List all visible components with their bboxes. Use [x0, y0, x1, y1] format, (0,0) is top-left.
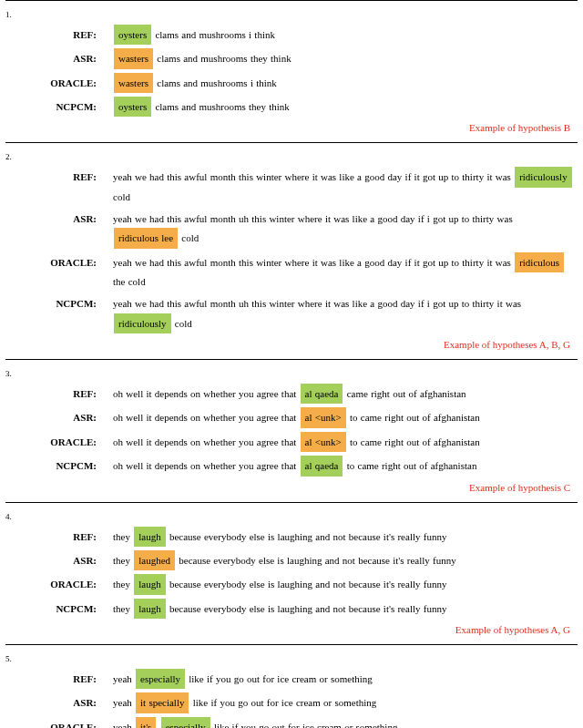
- row-label-ref: REF:: [5, 670, 113, 688]
- highlight-error: al <unk>: [301, 407, 346, 427]
- transcript-row-oracle: ORACLE:they laugh because everybody else…: [5, 574, 578, 594]
- transcript-row-ncpcm: NCPCM:they laugh because everybody else …: [5, 599, 578, 619]
- highlight-correct: ridiculously: [114, 313, 171, 333]
- row-content: oysters clams and mushrooms they think: [113, 97, 578, 117]
- plain-text: oh well it depends on whether you agree …: [113, 460, 300, 471]
- transcript-row-ref: REF:yeah especially like if you go out f…: [5, 669, 578, 689]
- row-content: they laugh because everybody else is lau…: [113, 527, 578, 547]
- plain-text: yeah we had this awful month this winter…: [113, 171, 514, 182]
- row-content: wasters clams and mushrooms i think: [113, 73, 578, 93]
- plain-text: because everybody else is laughing and n…: [167, 531, 447, 542]
- row-label-ref: REF:: [5, 528, 113, 546]
- row-label-ref: REF:: [5, 385, 113, 403]
- transcript-row-oracle: ORACLE:yeah we had this awful month this…: [5, 252, 578, 292]
- highlight-correct: laugh: [134, 527, 165, 547]
- highlight-error: it specially: [136, 692, 189, 713]
- row-label-oracle: ORACLE:: [5, 575, 113, 593]
- row-label-oracle: ORACLE:: [5, 253, 113, 272]
- row-content: oh well it depends on whether you agree …: [113, 456, 578, 476]
- row-content: they laugh because everybody else is lau…: [113, 574, 578, 594]
- example-caption: Example of hypotheses A, B, G: [5, 337, 578, 355]
- row-content: they laughed because everybody else is l…: [113, 550, 578, 570]
- transcript-row-ref: REF:oh well it depends on whether you ag…: [5, 384, 578, 404]
- plain-text: they: [113, 531, 133, 542]
- plain-text: came right out of afghanistan: [343, 388, 465, 399]
- row-content: yeah we had this awful month this winter…: [113, 252, 578, 292]
- example-caption: Example of hypothesis B: [5, 120, 578, 138]
- example-number: 5.: [5, 654, 578, 663]
- example-caption: Example of hypothesis C: [5, 480, 578, 498]
- plain-text: they: [113, 603, 133, 614]
- highlight-correct: especially: [136, 669, 185, 689]
- highlight-correct: oysters: [114, 97, 151, 117]
- row-content: oysters clams and mushrooms i think: [113, 25, 578, 45]
- plain-text: because everybody else is laughing and n…: [176, 555, 456, 566]
- transcript-row-oracle: ORACLE:wasters clams and mushrooms i thi…: [5, 73, 578, 93]
- example-block: 4.REF:they laugh because everybody else …: [0, 503, 583, 644]
- row-content: they laugh because everybody else is lau…: [113, 599, 578, 619]
- plain-text: [157, 722, 159, 728]
- example-block: 3.REF:oh well it depends on whether you …: [0, 360, 583, 501]
- example-block: 5.REF:yeah especially like if you go out…: [0, 645, 583, 728]
- example-number: 3.: [5, 369, 578, 378]
- row-label-asr: ASR:: [5, 693, 113, 712]
- plain-text: oh well it depends on whether you agree …: [113, 412, 300, 423]
- row-label-asr: ASR:: [5, 408, 113, 426]
- highlight-error: wasters: [114, 48, 153, 68]
- transcript-row-oracle: ORACLE:oh well it depends on whether you…: [5, 432, 578, 452]
- plain-text: cold: [179, 232, 199, 243]
- transcript-row-ncpcm: NCPCM:yeah we had this awful month uh th…: [5, 294, 578, 333]
- row-label-ref: REF:: [5, 168, 113, 186]
- plain-text: cold: [172, 318, 192, 329]
- highlight-error: laughed: [134, 550, 175, 570]
- plain-text: they: [113, 555, 133, 566]
- highlight-error: ridiculous lee: [114, 228, 178, 248]
- example-block: 2.REF:yeah we had this awful month this …: [0, 143, 583, 359]
- highlight-correct: laugh: [134, 599, 165, 619]
- plain-text: like if you go out for ice cream or some…: [186, 673, 373, 684]
- plain-text: yeah we had this awful month this winter…: [113, 257, 514, 268]
- row-label-oracle: ORACLE:: [5, 718, 113, 728]
- plain-text: because everybody else is laughing and n…: [167, 579, 447, 590]
- transcript-row-ref: REF:oysters clams and mushrooms i think: [5, 25, 578, 45]
- row-content: yeah we had this awful month this winter…: [113, 167, 578, 206]
- row-label-ncpcm: NCPCM:: [5, 600, 113, 618]
- highlight-correct: ridiculously: [515, 167, 572, 187]
- highlight-error: it's: [136, 717, 156, 728]
- example-number: 2.: [5, 152, 578, 161]
- transcript-row-ref: REF:they laugh because everybody else is…: [5, 527, 578, 547]
- plain-text: like if you go out for ice cream or some…: [211, 722, 398, 728]
- plain-text: yeah we had this awful month uh this win…: [113, 213, 513, 224]
- row-content: wasters clams and mushrooms they think: [113, 48, 578, 68]
- plain-text: clams and mushrooms they think: [152, 101, 290, 112]
- transcript-row-asr: ASR:wasters clams and mushrooms they thi…: [5, 48, 578, 68]
- highlight-error: wasters: [114, 73, 153, 93]
- highlight-error: al <unk>: [301, 432, 346, 452]
- transcript-row-ncpcm: NCPCM:oh well it depends on whether you …: [5, 456, 578, 476]
- highlight-error: ridiculous: [515, 252, 564, 272]
- plain-text: cold: [113, 191, 130, 202]
- plain-text: clams and mushrooms i think: [152, 29, 275, 40]
- plain-text: they: [113, 579, 133, 590]
- row-label-asr: ASR:: [5, 210, 113, 228]
- row-content: yeah we had this awful month uh this win…: [113, 210, 578, 249]
- row-content: oh well it depends on whether you agree …: [113, 384, 578, 404]
- plain-text: to came right out of afghanistan: [347, 412, 480, 423]
- example-block: 1.REF:oysters clams and mushrooms i thin…: [0, 1, 583, 142]
- plain-text: oh well it depends on whether you agree …: [113, 436, 300, 447]
- highlight-correct: laugh: [134, 574, 165, 594]
- highlight-correct: al qaeda: [301, 456, 343, 476]
- transcript-row-ref: REF:yeah we had this awful month this wi…: [5, 167, 578, 206]
- row-label-asr: ASR:: [5, 49, 113, 67]
- example-number: 4.: [5, 512, 578, 521]
- row-content: oh well it depends on whether you agree …: [113, 432, 578, 452]
- transcript-row-asr: ASR:yeah we had this awful month uh this…: [5, 210, 578, 249]
- example-number: 1.: [5, 10, 578, 19]
- row-label-ncpcm: NCPCM:: [5, 97, 113, 116]
- plain-text: clams and mushrooms they think: [154, 53, 292, 64]
- row-content: oh well it depends on whether you agree …: [113, 407, 578, 427]
- highlight-correct: al qaeda: [301, 384, 343, 404]
- row-content: yeah we had this awful month uh this win…: [113, 294, 578, 333]
- plain-text: because everybody else is laughing and n…: [167, 603, 447, 614]
- transcript-row-asr: ASR:they laughed because everybody else …: [5, 550, 578, 570]
